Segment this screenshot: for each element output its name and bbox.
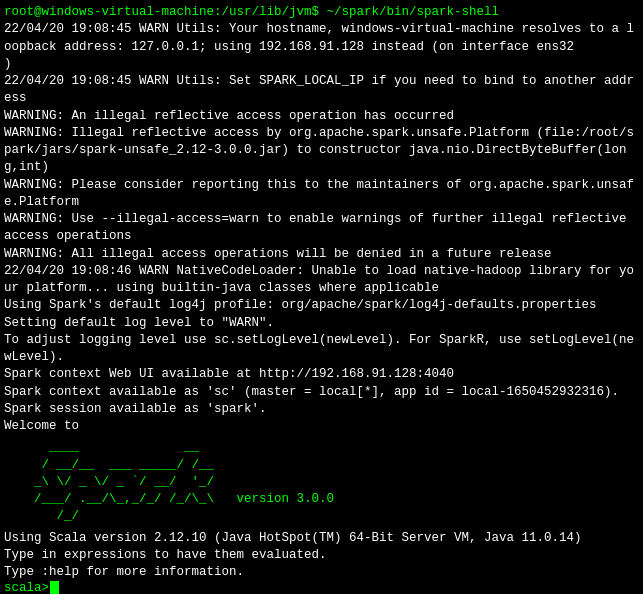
prompt-line[interactable]: scala> xyxy=(4,581,639,594)
terminal-line: root@windows-virtual-machine:/usr/lib/jv… xyxy=(4,4,639,21)
terminal-line: WARNING: An illegal reflective access op… xyxy=(4,108,639,125)
terminal-line: Spark context available as 'sc' (master … xyxy=(4,384,639,401)
terminal-line: Welcome to xyxy=(4,418,639,435)
terminal-line: WARNING: Use --illegal-access=warn to en… xyxy=(4,211,639,246)
terminal-line: 22/04/20 19:08:45 WARN Utils: Set SPARK_… xyxy=(4,73,639,108)
terminal-line: 22/04/20 19:08:46 WARN NativeCodeLoader:… xyxy=(4,263,639,298)
terminal-window[interactable]: root@windows-virtual-machine:/usr/lib/jv… xyxy=(0,0,643,594)
terminal-line: Using Scala version 2.12.10 (Java HotSpo… xyxy=(4,530,639,547)
terminal-line: Setting default log level to "WARN". xyxy=(4,315,639,332)
cursor-block xyxy=(50,581,59,594)
terminal-line: Spark session available as 'spark'. xyxy=(4,401,639,418)
terminal-line: To adjust logging level use sc.setLogLev… xyxy=(4,332,639,367)
terminal-line: ) xyxy=(4,56,639,73)
terminal-line: Spark context Web UI available at http:/… xyxy=(4,366,639,383)
terminal-line: WARNING: Illegal reflective access by or… xyxy=(4,125,639,177)
terminal-line: Using Spark's default log4j profile: org… xyxy=(4,297,639,314)
terminal-line: WARNING: All illegal access operations w… xyxy=(4,246,639,263)
terminal-line: Type :help for more information. xyxy=(4,564,639,581)
prompt-text: scala> xyxy=(4,581,49,594)
terminal-line: WARNING: Please consider reporting this … xyxy=(4,177,639,212)
terminal-line: Type in expressions to have them evaluat… xyxy=(4,547,639,564)
spark-logo: ____ __ / __/__ ___ _____/ /__ _\ \/ _ \… xyxy=(34,439,639,525)
terminal-line: 22/04/20 19:08:45 WARN Utils: Your hostn… xyxy=(4,21,639,56)
